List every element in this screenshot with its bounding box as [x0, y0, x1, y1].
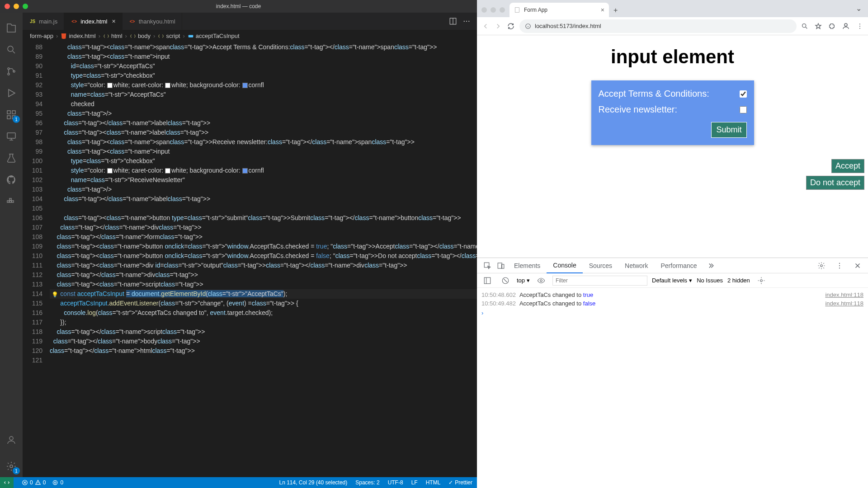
tab-console[interactable]: Console [547, 258, 582, 273]
split-editor-icon[interactable] [449, 17, 457, 25]
bookmark-icon[interactable] [815, 23, 822, 30]
close-tab-icon[interactable]: × [601, 6, 604, 14]
issues-indicator[interactable]: No Issues [697, 277, 723, 284]
submit-button[interactable]: Submit [711, 122, 746, 138]
errors-warnings[interactable]: 0 0 [22, 479, 46, 486]
tab-thankyou-html[interactable]: <>thankyou.html [123, 13, 182, 30]
console-output[interactable]: 10:50:48.602AcceptTaCs changed to truein… [477, 288, 868, 488]
extensions-icon[interactable]: 1 [0, 104, 23, 126]
traffic-lights[interactable] [5, 4, 28, 9]
lightbulb-icon[interactable]: 💡 [52, 290, 59, 297]
reload-button[interactable] [507, 22, 515, 30]
extensions-icon[interactable] [828, 23, 835, 30]
clear-console-icon[interactable] [501, 277, 509, 285]
svg-point-27 [859, 23, 860, 24]
svg-point-26 [844, 23, 847, 26]
close-icon[interactable] [481, 7, 487, 13]
site-info-icon[interactable] [525, 23, 531, 29]
tab-performance[interactable]: Performance [654, 258, 703, 273]
filter-input[interactable] [552, 276, 647, 286]
breadcrumb-item[interactable]: index.html [61, 33, 95, 39]
breadcrumb-item[interactable]: form-app [30, 33, 53, 39]
svg-point-39 [540, 279, 542, 282]
svg-point-18 [468, 21, 469, 22]
more-tabs-icon[interactable] [706, 262, 714, 270]
profile-icon[interactable] [842, 22, 850, 30]
breadcrumb[interactable]: form-app› index.html› html› body› script… [23, 30, 477, 42]
github-icon[interactable] [0, 169, 23, 191]
devtools-close-icon[interactable] [854, 262, 862, 270]
breadcrumb-item[interactable]: script [158, 33, 180, 39]
hidden-count[interactable]: 2 hidden [727, 277, 750, 284]
accept-button[interactable]: Accept [831, 159, 864, 173]
svg-rect-12 [9, 198, 11, 200]
remote-explorer-icon[interactable] [0, 126, 23, 147]
tab-index-html[interactable]: <>index.html× [64, 13, 122, 30]
svg-point-25 [802, 23, 806, 27]
inspect-element-icon[interactable] [483, 262, 491, 270]
devtools-menu-icon[interactable] [835, 262, 844, 270]
log-levels-selector[interactable]: Default levels ▾ [652, 277, 692, 284]
console-settings-icon[interactable] [757, 277, 765, 285]
tab-network[interactable]: Network [618, 258, 654, 273]
cursor-position[interactable]: Ln 114, Col 29 (40 selected) [279, 479, 347, 486]
devtools-tabs: Elements Console Sources Network Perform… [477, 258, 868, 273]
more-actions-icon[interactable] [462, 17, 471, 25]
tab-elements[interactable]: Elements [508, 258, 547, 273]
prettier-status[interactable]: ✓ Prettier [448, 479, 472, 486]
run-debug-icon[interactable] [0, 82, 23, 104]
address-bar[interactable]: localhost:5173/index.html [519, 19, 797, 33]
devtools-settings-icon[interactable] [817, 262, 826, 270]
svg-point-33 [821, 264, 823, 267]
eol[interactable]: LF [411, 479, 418, 486]
maximize-window-icon[interactable] [23, 4, 28, 9]
minimize-icon[interactable] [491, 7, 496, 13]
svg-point-35 [839, 265, 840, 266]
terms-checkbox[interactable] [740, 90, 747, 98]
tab-search-icon[interactable]: ⌄ [856, 4, 864, 17]
close-tab-icon[interactable]: × [112, 18, 115, 25]
tab-label: index.html [80, 18, 107, 25]
breadcrumb-item[interactable]: html [103, 33, 123, 39]
svg-point-34 [839, 263, 840, 263]
docker-icon[interactable] [0, 191, 23, 212]
code-lines[interactable]: class="t-tag"><class="t-name">spanclass=… [50, 42, 477, 477]
account-icon[interactable] [0, 429, 23, 451]
browser-tab[interactable]: Form App × [509, 3, 609, 17]
maximize-icon[interactable] [500, 7, 505, 13]
breadcrumb-item[interactable]: body [130, 33, 151, 39]
indentation[interactable]: Spaces: 2 [355, 479, 379, 486]
reject-button[interactable]: Do not accept [806, 176, 864, 190]
tab-main-js[interactable]: JSmain.js [23, 13, 64, 30]
breadcrumb-item[interactable]: acceptTaCsInput [188, 33, 240, 39]
editor-area: JSmain.js <>index.html× <>thankyou.html … [23, 13, 477, 477]
source-control-icon[interactable] [0, 61, 23, 82]
toggle-sidebar-icon[interactable] [483, 277, 491, 285]
new-tab-button[interactable]: + [611, 4, 620, 17]
settings-icon[interactable]: 1 [0, 455, 23, 477]
language-mode[interactable]: HTML [426, 479, 441, 486]
testing-icon[interactable] [0, 147, 23, 169]
code-editor[interactable]: 8889909192939495969798991001011021031041… [23, 42, 477, 477]
tab-sources[interactable]: Sources [583, 258, 618, 273]
svg-point-14 [10, 465, 13, 468]
forward-button[interactable] [494, 22, 502, 30]
chrome-traffic-lights[interactable] [481, 7, 508, 17]
device-toolbar-icon[interactable] [497, 262, 505, 270]
ports[interactable]: 0 [52, 479, 63, 486]
close-window-icon[interactable] [5, 4, 10, 9]
explorer-icon[interactable] [0, 17, 23, 39]
search-icon[interactable] [0, 39, 23, 61]
back-button[interactable] [481, 22, 490, 30]
context-selector[interactable]: top ▾ [517, 277, 530, 284]
live-expression-icon[interactable] [537, 277, 545, 285]
minimize-window-icon[interactable] [14, 4, 19, 9]
terms-label: Accept Terms & Conditions: [599, 89, 709, 99]
menu-icon[interactable] [856, 23, 863, 30]
zoom-icon[interactable] [801, 23, 808, 30]
remote-indicator[interactable] [0, 477, 14, 488]
encoding[interactable]: UTF-8 [388, 479, 403, 486]
newsletter-checkbox[interactable] [740, 106, 747, 113]
html-file-icon: <> [71, 18, 78, 25]
page-heading: input element [477, 46, 868, 68]
